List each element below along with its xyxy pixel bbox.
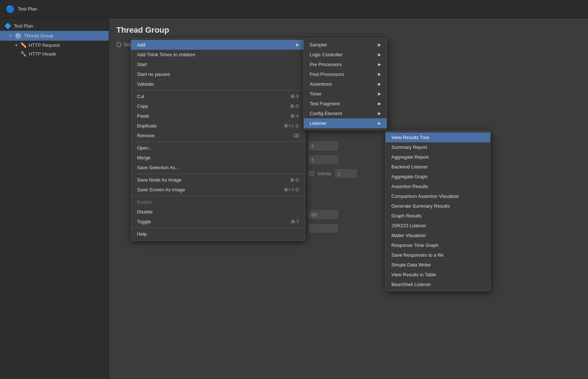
sidebar-item-http-header[interactable]: 🔧 HTTP Heade	[0, 49, 109, 58]
stop-radio-button[interactable]	[116, 42, 121, 47]
menu-item-validate[interactable]: Validate	[131, 79, 305, 89]
menu-item-label: Simple Data Writer	[391, 262, 431, 268]
app-title: Test Plan	[18, 6, 37, 12]
menu-item-copy[interactable]: Copy ⌘-C	[131, 101, 305, 111]
menu-item-shortcut: ⌘-X	[290, 94, 299, 99]
num-threads-input[interactable]	[309, 142, 338, 150]
wrench-icon: 🔧	[20, 51, 27, 57]
menu-item-sampler[interactable]: Sampler ▶	[304, 40, 387, 50]
menu-item-logic-controller[interactable]: Logic Controller ▶	[304, 50, 387, 60]
menu-item-shortcut: ⌘-T	[291, 219, 299, 224]
sidebar-item-http-request[interactable]: ▼ ✏️ HTTP Request	[0, 41, 109, 49]
menu-item-listener[interactable]: Listener ▶	[304, 118, 387, 128]
context-menu-level3: View Results Tree Summary Report Aggrega…	[385, 131, 491, 291]
content-area: Thread Group Stop Stop Thread Stop Tes N…	[109, 18, 588, 379]
menu-item-label: Merge	[137, 155, 150, 160]
menu-item-label: Copy	[137, 103, 148, 109]
menu-item-backend-listener[interactable]: Backend Listener	[386, 162, 490, 172]
menu-item-label: Aggregate Graph	[391, 174, 428, 179]
menu-item-label: Save Node As Image	[137, 177, 181, 183]
menu-item-label: Logic Controller	[310, 52, 343, 57]
menu-item-post-processors[interactable]: Post Processors ▶	[304, 69, 387, 79]
menu-item-summary-report[interactable]: Summary Report	[386, 142, 490, 152]
separator	[131, 196, 305, 196]
submenu-arrow: ▶	[378, 62, 381, 67]
menu-item-config-element[interactable]: Config Element ▶	[304, 109, 387, 118]
menu-item-label: Assertion Results	[391, 184, 428, 189]
menu-item-label: Open...	[137, 145, 153, 151]
menu-item-pre-processors[interactable]: Pre Processors ▶	[304, 60, 387, 69]
menu-item-save-screen-as-image[interactable]: Save Screen As Image ⌘+⇧-G	[131, 185, 305, 195]
jmeter-icon: 🔷	[4, 23, 12, 29]
menu-item-toggle[interactable]: Toggle ⌘-T	[131, 217, 305, 227]
menu-item-label: Response Time Graph	[391, 243, 439, 248]
sidebar-item-thread-group[interactable]: ▼ ⚙️ Thread Group	[0, 31, 109, 41]
menu-item-test-fragment[interactable]: Test Fragment ▶	[304, 99, 387, 109]
submenu-arrow: ▶	[378, 82, 381, 86]
sidebar-item-label: HTTP Request	[29, 42, 60, 48]
menu-item-mailer-visualizer[interactable]: Mailer Visualizer	[386, 231, 490, 240]
menu-item-graph-results[interactable]: Graph Results	[386, 211, 490, 221]
menu-item-simple-data-writer[interactable]: Simple Data Writer	[386, 260, 490, 270]
menu-item-add-think-times[interactable]: Add Think Times to children	[131, 50, 305, 60]
submenu-arrow: ▶	[296, 42, 299, 47]
menu-item-view-results-tree[interactable]: View Results Tree	[386, 133, 490, 142]
menu-item-label: Assertions	[310, 81, 332, 87]
menu-item-label: Toggle	[137, 219, 151, 224]
menu-item-generate-summary-results[interactable]: Generate Summary Results	[386, 201, 490, 211]
menu-item-shortcut: ⌘+⇧-C	[284, 123, 299, 129]
menu-item-timer[interactable]: Timer ▶	[304, 89, 387, 99]
menu-item-merge[interactable]: Merge	[131, 153, 305, 163]
menu-item-remove[interactable]: Remove ⌫	[131, 131, 305, 140]
menu-item-save-responses-to-file[interactable]: Save Responses to a file	[386, 250, 490, 260]
menu-item-label: Validate	[137, 81, 154, 87]
context-menu-level1: Add ▶ Add Think Times to children Start …	[131, 38, 305, 241]
menu-item-label: Timer	[310, 91, 322, 97]
menu-item-add[interactable]: Add ▶	[131, 40, 305, 50]
loop-count-input[interactable]	[335, 169, 357, 178]
menu-item-disable[interactable]: Disable	[131, 207, 305, 217]
menu-item-duplicate[interactable]: Duplicate ⌘+⇧-C	[131, 121, 305, 131]
menu-item-cut[interactable]: Cut ⌘-X	[131, 91, 305, 101]
menu-item-label: Save Selection As...	[137, 165, 179, 170]
startup-delay-input[interactable]	[309, 224, 338, 233]
menu-item-start[interactable]: Start	[131, 60, 305, 69]
menu-item-assertions[interactable]: Assertions ▶	[304, 79, 387, 89]
menu-item-label: Summary Report	[391, 144, 427, 150]
menu-item-assertion-results[interactable]: Assertion Results	[386, 182, 490, 191]
menu-item-aggregate-graph[interactable]: Aggregate Graph	[386, 172, 490, 182]
menu-item-label: Start	[137, 62, 147, 67]
menu-item-open[interactable]: Open...	[131, 143, 305, 153]
menu-item-label: Save Screen As Image	[137, 187, 185, 192]
menu-item-label: Remove	[137, 133, 154, 138]
menu-item-help[interactable]: Help	[131, 229, 305, 239]
menu-item-paste[interactable]: Paste ⌘-V	[131, 111, 305, 121]
ramp-up-input[interactable]	[309, 155, 338, 164]
expand-arrow: ▼	[9, 34, 12, 38]
sidebar-item-label: Thread Group	[24, 33, 53, 38]
menu-item-response-time-graph[interactable]: Response Time Graph	[386, 240, 490, 250]
gear-icon: ⚙️	[15, 32, 22, 39]
menu-item-view-results-in-table[interactable]: View Results in Table	[386, 270, 490, 280]
menu-item-aggregate-report[interactable]: Aggregate Report	[386, 152, 490, 162]
menu-item-save-selection-as[interactable]: Save Selection As...	[131, 163, 305, 172]
menu-item-label: Test Fragment	[310, 101, 340, 106]
context-menu-level2: Sampler ▶ Logic Controller ▶ Pre Process…	[303, 38, 387, 130]
menu-item-label: Config Element	[310, 111, 342, 116]
submenu-arrow: ▶	[378, 91, 381, 96]
menu-item-label: Enable	[137, 199, 152, 205]
infinite-checkbox[interactable]	[309, 171, 314, 176]
menu-item-comparison-assertion-visualizer[interactable]: Comparison Assertion Visualizer	[386, 191, 490, 201]
menu-item-label: BeanShell Listener	[391, 282, 431, 287]
submenu-arrow: ▶	[378, 52, 381, 57]
separator	[131, 142, 305, 142]
menu-item-beanshell-listener[interactable]: BeanShell Listener	[386, 280, 490, 289]
menu-item-save-node-as-image[interactable]: Save Node As Image ⌘-G	[131, 175, 305, 185]
menu-item-start-no-pauses[interactable]: Start no pauses	[131, 69, 305, 79]
duration-input[interactable]	[309, 210, 338, 219]
menu-item-jsr223-listener[interactable]: JSR223 Listener	[386, 221, 490, 231]
sidebar-item-test-plan[interactable]: 🔷 Test Plan	[0, 21, 109, 31]
menu-item-label: Pre Processors	[310, 62, 342, 67]
toolbar: 🔵 Test Plan	[0, 0, 588, 18]
separator	[131, 228, 305, 228]
